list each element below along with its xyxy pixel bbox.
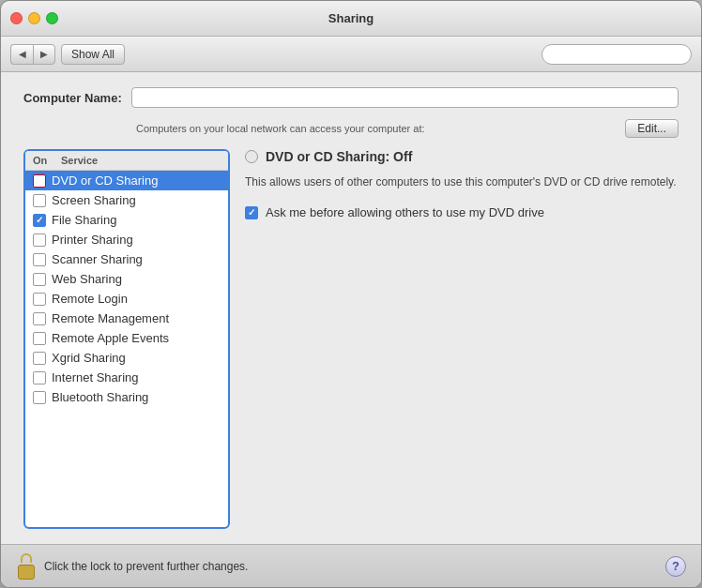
service-status-row: DVD or CD Sharing: Off (245, 149, 679, 164)
service-checkbox-file-sharing[interactable] (33, 214, 46, 227)
service-name-internet-sharing: Internet Sharing (52, 370, 139, 384)
content: Computer Name: Computers on your local n… (1, 72, 701, 544)
service-name-xgrid-sharing: Xgrid Sharing (52, 351, 126, 365)
lock-body (18, 565, 35, 580)
status-indicator (245, 150, 258, 163)
traffic-lights (10, 12, 58, 24)
service-item-web-sharing[interactable]: Web Sharing (25, 269, 228, 289)
service-name-remote-management: Remote Management (52, 311, 169, 325)
service-item-screen-sharing[interactable]: Screen Sharing (25, 190, 228, 210)
back-button[interactable]: ◀ (10, 44, 33, 65)
forward-button[interactable]: ▶ (33, 44, 55, 65)
footer: Click the lock to prevent further change… (1, 544, 701, 587)
service-checkbox-xgrid-sharing[interactable] (33, 352, 46, 365)
lock-area[interactable]: Click the lock to prevent further change… (16, 553, 248, 580)
services-list: DVD or CD Sharing Screen Sharing File Sh… (25, 171, 228, 527)
ask-me-label: Ask me before allowing others to use my … (266, 205, 544, 219)
services-header-on: On (33, 155, 61, 166)
service-name-web-sharing: Web Sharing (52, 272, 122, 286)
maximize-button[interactable] (46, 12, 58, 24)
service-status-title: DVD or CD Sharing: Off (266, 149, 412, 164)
search-input[interactable] (542, 44, 692, 65)
service-item-xgrid-sharing[interactable]: Xgrid Sharing (25, 348, 228, 368)
window-title: Sharing (328, 11, 374, 25)
ask-me-row: Ask me before allowing others to use my … (245, 205, 679, 219)
services-header: On Service (25, 151, 228, 171)
right-panel: DVD or CD Sharing: Off This allows users… (245, 149, 679, 529)
main-panel: On Service DVD or CD Sharing Screen Shar… (23, 149, 679, 529)
service-item-file-sharing[interactable]: File Sharing (25, 210, 228, 230)
service-name-scanner-sharing: Scanner Sharing (52, 252, 143, 266)
service-checkbox-dvd-cd-sharing[interactable] (33, 174, 46, 188)
service-item-dvd-cd-sharing[interactable]: DVD or CD Sharing (25, 171, 228, 190)
services-panel: On Service DVD or CD Sharing Screen Shar… (23, 149, 230, 529)
network-info-text: Computers on your local network can acce… (136, 123, 425, 134)
service-name-bluetooth-sharing: Bluetooth Sharing (52, 390, 148, 404)
service-checkbox-screen-sharing[interactable] (33, 194, 46, 207)
toolbar: ◀ ▶ Show All 🔍 (1, 37, 701, 72)
computer-name-row: Computer Name: (23, 87, 679, 108)
service-checkbox-bluetooth-sharing[interactable] (33, 391, 46, 404)
service-item-scanner-sharing[interactable]: Scanner Sharing (25, 249, 228, 269)
edit-button[interactable]: Edit... (625, 119, 679, 138)
service-checkbox-remote-login[interactable] (33, 293, 46, 306)
window: Sharing ◀ ▶ Show All 🔍 Computer Name: Co… (0, 0, 702, 588)
nav-buttons: ◀ ▶ (10, 44, 55, 65)
service-name-screen-sharing: Screen Sharing (52, 193, 136, 207)
network-info-row: Computers on your local network can acce… (23, 119, 679, 138)
service-name-printer-sharing: Printer Sharing (52, 233, 133, 247)
services-header-service: Service (61, 155, 98, 166)
lock-text: Click the lock to prevent further change… (44, 560, 248, 573)
service-item-remote-management[interactable]: Remote Management (25, 309, 228, 328)
minimize-button[interactable] (28, 12, 40, 24)
service-name-remote-apple-events: Remote Apple Events (52, 331, 169, 345)
service-name-remote-login: Remote Login (52, 292, 128, 306)
service-checkbox-printer-sharing[interactable] (33, 234, 46, 247)
service-checkbox-web-sharing[interactable] (33, 273, 46, 286)
show-all-button[interactable]: Show All (61, 44, 125, 65)
service-checkbox-internet-sharing[interactable] (33, 371, 46, 384)
search-wrapper: 🔍 (542, 44, 692, 65)
lock-icon (16, 553, 37, 580)
service-item-printer-sharing[interactable]: Printer Sharing (25, 230, 228, 249)
lock-shackle (21, 553, 32, 563)
service-item-internet-sharing[interactable]: Internet Sharing (25, 368, 228, 387)
service-item-remote-apple-events[interactable]: Remote Apple Events (25, 328, 228, 348)
service-checkbox-remote-apple-events[interactable] (33, 332, 46, 345)
service-item-bluetooth-sharing[interactable]: Bluetooth Sharing (25, 387, 228, 407)
ask-me-checkbox[interactable] (245, 206, 258, 219)
service-checkbox-scanner-sharing[interactable] (33, 253, 46, 266)
service-description: This allows users of other computers to … (245, 173, 679, 190)
computer-name-label: Computer Name: (23, 91, 122, 105)
close-button[interactable] (10, 12, 23, 24)
service-item-remote-login[interactable]: Remote Login (25, 289, 228, 309)
service-checkbox-remote-management[interactable] (33, 312, 46, 325)
titlebar: Sharing (1, 1, 701, 37)
service-name-dvd-cd-sharing: DVD or CD Sharing (52, 173, 158, 188)
help-button[interactable]: ? (665, 556, 686, 577)
computer-name-input[interactable] (131, 87, 679, 108)
service-name-file-sharing: File Sharing (52, 213, 116, 227)
